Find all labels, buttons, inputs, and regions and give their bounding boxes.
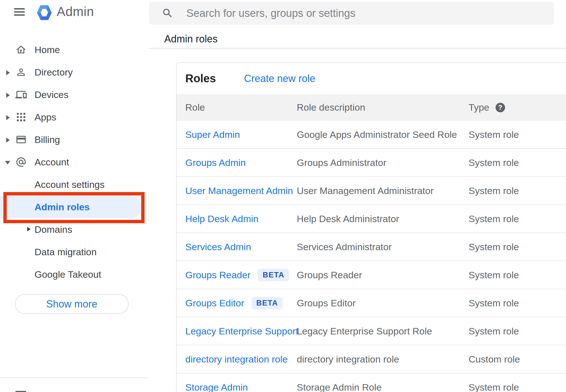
role-type: System role <box>469 213 566 224</box>
panel-title: Roles <box>185 72 216 85</box>
sidebar-item-account[interactable]: Account <box>0 151 149 173</box>
role-link[interactable]: Groups Editor <box>185 298 244 309</box>
role-link[interactable]: User Management Admin <box>185 185 293 196</box>
sidebar-item-devices[interactable]: Devices <box>0 83 149 106</box>
partial-bottom-icon <box>15 391 26 392</box>
role-link[interactable]: Storage Admin <box>185 382 248 392</box>
sidebar-item-domains[interactable]: Domains <box>0 218 149 241</box>
role-link[interactable]: Groups Reader <box>185 270 250 281</box>
search-icon <box>162 7 174 19</box>
table-row: Storage Admin Storage Admin Role System … <box>177 373 566 392</box>
sidebar-item-account-settings[interactable]: Account settings <box>0 173 149 196</box>
role-description: Google Apps Administrator Seed Role <box>297 129 469 140</box>
chevron-right-icon[interactable] <box>6 138 10 143</box>
chevron-right-icon[interactable] <box>6 115 10 120</box>
role-description: Groups Administrator <box>297 157 469 168</box>
menu-icon[interactable] <box>14 7 25 18</box>
home-icon <box>15 44 27 55</box>
person-icon <box>15 67 27 78</box>
role-link[interactable]: Super Admin <box>185 129 240 140</box>
table-row: Super Admin Google Apps Administrator Se… <box>177 121 566 149</box>
sidebar-item-label: Domains <box>35 224 72 235</box>
sidebar-item-directory[interactable]: Directory <box>0 61 149 83</box>
sidebar-item-data-migration[interactable]: Data migration <box>0 241 149 263</box>
beta-badge: BETA <box>252 297 283 309</box>
table-row: Groups Admin Groups Administrator System… <box>177 149 566 177</box>
role-description: Groups Reader <box>297 270 469 281</box>
role-link[interactable]: Help Desk Admin <box>185 213 259 224</box>
sidebar-header: Admin <box>0 0 149 25</box>
role-link[interactable]: directory integration role <box>185 354 288 365</box>
sidebar-item-label: Billing <box>35 134 60 145</box>
role-type: System role <box>469 157 566 168</box>
table-row: Services Admin Services Administrator Sy… <box>177 233 566 261</box>
role-type: System role <box>469 326 566 337</box>
sidebar-item-label: Account settings <box>35 179 104 190</box>
role-type: Custom role <box>469 354 566 365</box>
role-description: User Management Administrator <box>297 185 469 196</box>
search-input[interactable]: Search for users, groups or settings <box>149 2 554 25</box>
credit-card-icon <box>15 134 27 145</box>
sidebar-item-admin-roles[interactable]: Admin roles <box>0 196 149 218</box>
sidebar-item-apps[interactable]: Apps <box>0 106 149 128</box>
column-header-description: Role description <box>297 102 469 113</box>
roles-panel: Roles Create new role Role Role descript… <box>176 62 566 392</box>
role-type: System role <box>469 241 566 252</box>
role-description: Services Administrator <box>297 241 469 252</box>
table-row: Groups Editor BETA Groups Editor System … <box>177 289 566 317</box>
sidebar-item-label: Data migration <box>35 247 97 257</box>
at-email-icon <box>15 156 27 168</box>
app-title: Admin <box>57 4 94 19</box>
breadcrumb: Admin roles <box>164 33 218 45</box>
table-row: Legacy Enterprise Support Legacy Enterpr… <box>177 317 566 345</box>
chevron-right-icon[interactable] <box>6 93 10 98</box>
show-more-button[interactable]: Show more <box>15 294 129 314</box>
chevron-down-icon[interactable] <box>5 161 10 165</box>
sidebar-divider <box>0 377 149 378</box>
role-type: System role <box>469 270 566 281</box>
table-row: User Management Admin User Management Ad… <box>177 177 566 205</box>
apps-grid-icon <box>15 111 27 123</box>
chevron-right-icon[interactable] <box>27 227 31 231</box>
sidebar-item-label: Admin roles <box>35 202 90 213</box>
role-link[interactable]: Services Admin <box>185 241 251 252</box>
role-type: System role <box>469 298 566 309</box>
table-row: Help Desk Admin Help Desk Administrator … <box>177 205 566 233</box>
table-row: Groups Reader BETA Groups Reader System … <box>177 261 566 289</box>
sidebar-item-label: Home <box>35 44 60 55</box>
table-body: Super Admin Google Apps Administrator Se… <box>177 121 566 392</box>
help-icon[interactable]: ? <box>496 103 505 112</box>
sidebar-item-home[interactable]: Home <box>0 38 149 61</box>
role-type: System role <box>469 382 566 392</box>
admin-logo-icon <box>36 4 53 21</box>
role-link[interactable]: Legacy Enterprise Support <box>185 326 298 337</box>
main-content: Search for users, groups or settings Adm… <box>149 0 566 392</box>
role-type: System role <box>469 185 566 196</box>
devices-icon <box>15 89 27 100</box>
roles-panel-header: Roles Create new role <box>177 63 566 94</box>
chevron-right-icon[interactable] <box>6 70 10 75</box>
sidebar-item-label: Apps <box>35 112 56 123</box>
sidebar-item-google-takeout[interactable]: Google Takeout <box>0 263 149 286</box>
role-description: directory integration role <box>297 354 469 365</box>
role-description: Help Desk Administrator <box>297 213 469 224</box>
column-header-type: Type ? <box>469 102 566 113</box>
sidebar: Admin Home Directory Devices <box>0 0 149 392</box>
beta-badge: BETA <box>258 269 289 281</box>
role-description: Legacy Enterprise Support Role <box>297 326 469 337</box>
table-header-row: Role Role description Type ? <box>177 94 566 121</box>
role-description: Storage Admin Role <box>297 382 469 392</box>
sidebar-item-label: Devices <box>35 89 69 100</box>
role-link[interactable]: Groups Admin <box>185 157 246 168</box>
sidebar-item-label: Directory <box>35 67 73 78</box>
sidebar-item-label: Account <box>35 157 69 168</box>
sidebar-item-label: Google Takeout <box>35 269 101 280</box>
role-description: Groups Editor <box>297 298 469 309</box>
search-placeholder: Search for users, groups or settings <box>186 7 355 19</box>
create-new-role-link[interactable]: Create new role <box>244 73 315 85</box>
role-type: System role <box>469 129 566 140</box>
breadcrumb-divider <box>149 48 566 49</box>
table-row: directory integration role directory int… <box>177 345 566 373</box>
sidebar-item-billing[interactable]: Billing <box>0 128 149 151</box>
column-header-role: Role <box>185 102 297 113</box>
